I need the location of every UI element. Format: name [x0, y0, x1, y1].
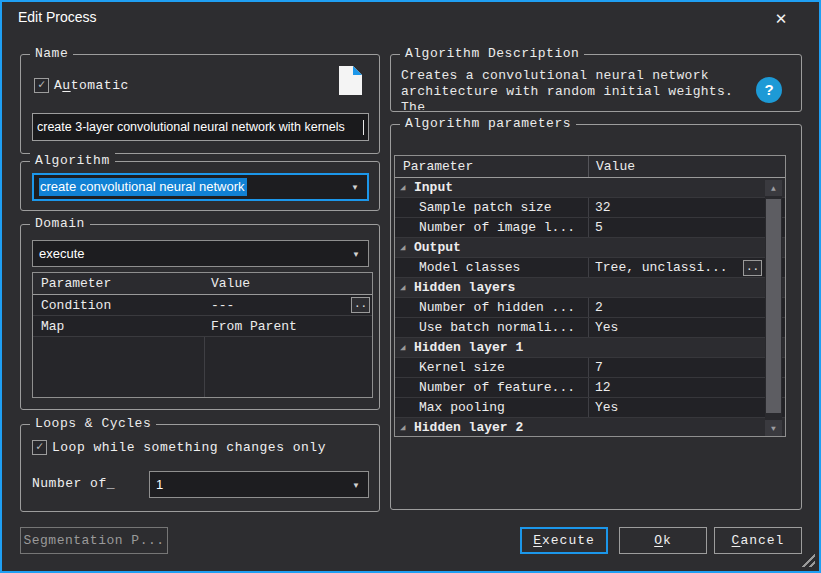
table-row[interactable]: Number of image l...5: [395, 218, 785, 238]
parameter-value: Yes: [589, 320, 618, 335]
domain-table: Parameter Value Condition---..MapFrom Pa…: [32, 272, 373, 398]
tree-expand-icon[interactable]: ◢: [395, 282, 411, 293]
parameters-table: Parameter Value ◢InputSample patch size3…: [394, 155, 786, 437]
tree-group-row[interactable]: ◢Input: [395, 178, 785, 198]
parameter-name: Condition: [33, 298, 204, 313]
column-header-parameter: Parameter: [33, 276, 204, 291]
scroll-up-icon[interactable]: ▲: [765, 180, 782, 196]
ok-button[interactable]: Ok: [619, 527, 707, 554]
parameter-name: Model classes: [395, 258, 589, 277]
parameter-name: Kernel size: [395, 358, 589, 377]
dialog-title: Edit Process: [18, 9, 97, 25]
automatic-checkbox[interactable]: ✓: [34, 78, 49, 93]
table-row[interactable]: Number of hidden ...2: [395, 298, 785, 318]
tree-group-row[interactable]: ◢Hidden layer 1: [395, 338, 785, 358]
algorithm-parameters-group: Algorithm parameters Parameter Value ◢In…: [390, 124, 802, 510]
description-group-legend: Algorithm Description: [400, 46, 584, 61]
loops-cycles-group: Loops & Cycles ✓ Loop while something ch…: [20, 424, 380, 512]
name-group: Name ✓ Automatic create 3-layer convolut…: [20, 54, 380, 154]
domain-table-header: Parameter Value: [33, 273, 372, 295]
table-row[interactable]: Number of feature...12: [395, 378, 785, 398]
tree-expand-icon[interactable]: ◢: [395, 242, 411, 253]
chevron-down-icon[interactable]: ▼: [352, 480, 360, 489]
table-row[interactable]: Model classesTree, unclassi.....: [395, 258, 785, 278]
parameter-name: Sample patch size: [395, 198, 589, 217]
execute-button[interactable]: Execute: [520, 527, 608, 554]
vertical-scrollbar[interactable]: ▲ ▼: [765, 180, 782, 436]
algorithm-group: Algorithm create convolutional neural ne…: [20, 161, 380, 211]
name-group-legend: Name: [30, 46, 73, 61]
parameter-value: Tree, unclassi...: [589, 260, 728, 275]
parameter-name: Number of image l...: [395, 218, 589, 237]
text-caret: [363, 120, 365, 135]
chevron-down-icon[interactable]: ▼: [352, 249, 360, 258]
description-line: architecture with random initial weights…: [401, 84, 763, 110]
cancel-button[interactable]: Cancel: [714, 527, 802, 554]
tree-expand-icon[interactable]: ◢: [395, 182, 411, 193]
algorithm-combo[interactable]: create convolutional neural network ▼: [32, 173, 369, 201]
column-header-parameter: Parameter: [395, 156, 589, 177]
description-text: Creates a convolutional neural networkar…: [401, 68, 763, 110]
scrollbar-thumb[interactable]: [766, 199, 781, 413]
table-row[interactable]: Use batch normali...Yes: [395, 318, 785, 338]
name-input[interactable]: create 3-layer convolutional neural netw…: [32, 113, 369, 141]
table-row[interactable]: Kernel size7: [395, 358, 785, 378]
document-icon[interactable]: [339, 66, 362, 95]
tree-group-row[interactable]: ◢Hidden layers: [395, 278, 785, 298]
help-icon[interactable]: ?: [756, 77, 782, 103]
domain-combo-value: execute: [39, 246, 85, 261]
parameter-value: 12: [589, 380, 611, 395]
parameter-group-label: Output: [411, 240, 461, 255]
table-row[interactable]: MapFrom Parent: [33, 316, 372, 337]
loop-while-checkbox[interactable]: ✓: [32, 440, 47, 455]
description-line: Creates a convolutional neural network: [401, 68, 763, 84]
table-row[interactable]: Condition---..: [33, 295, 372, 316]
parameter-value: 32: [589, 200, 611, 215]
name-input-value: create 3-layer convolutional neural netw…: [37, 120, 362, 134]
number-of-label: Number of_: [32, 476, 115, 491]
parameter-group-label: Hidden layers: [411, 280, 515, 295]
algorithm-description-group: Algorithm Description Creates a convolut…: [390, 54, 802, 112]
title-bar: Edit Process ✕: [2, 2, 819, 32]
chevron-down-icon[interactable]: ▼: [351, 183, 359, 192]
parameters-group-legend: Algorithm parameters: [400, 116, 576, 131]
table-row[interactable]: Sample patch size32: [395, 198, 785, 218]
parameter-name: Number of hidden ...: [395, 298, 589, 317]
algorithm-group-legend: Algorithm: [30, 153, 115, 168]
tree-expand-icon[interactable]: ◢: [395, 342, 411, 353]
table-row[interactable]: Max poolingYes: [395, 398, 785, 418]
parameter-value: Yes: [589, 400, 618, 415]
number-of-combo[interactable]: 1 ▼: [149, 471, 369, 498]
parameter-value: 2: [589, 300, 603, 315]
algorithm-combo-value: create convolutional neural network: [39, 178, 247, 196]
parameter-value: ---: [204, 298, 372, 313]
loops-group-legend: Loops & Cycles: [30, 416, 156, 431]
column-header-value: Value: [204, 276, 372, 291]
domain-table-body: Condition---..MapFrom Parent: [33, 295, 372, 337]
close-icon[interactable]: ✕: [768, 7, 794, 31]
loop-while-checkbox-label: Loop while something changes only: [52, 440, 326, 455]
ellipsis-button[interactable]: ..: [351, 297, 370, 313]
automatic-checkbox-label: Automatic: [54, 78, 129, 93]
scroll-down-icon[interactable]: ▼: [765, 420, 782, 436]
parameter-name: Max pooling: [395, 398, 589, 417]
edit-process-dialog: Edit Process ✕ Name ✓ Automatic create 3…: [0, 0, 821, 573]
parameter-value: From Parent: [204, 319, 372, 334]
domain-combo[interactable]: execute ▼: [32, 240, 369, 267]
ellipsis-button[interactable]: ..: [743, 260, 762, 276]
segmentation-button[interactable]: Segmentation P...: [20, 527, 168, 554]
column-header-value: Value: [589, 159, 785, 174]
parameter-name: Use batch normali...: [395, 318, 589, 337]
parameters-table-body: ◢InputSample patch size32Number of image…: [395, 178, 785, 437]
domain-group-legend: Domain: [30, 216, 90, 231]
parameter-group-label: Hidden layer 2: [411, 420, 523, 435]
parameter-name: Number of feature...: [395, 378, 589, 397]
tree-expand-icon[interactable]: ◢: [395, 422, 411, 433]
tree-group-row[interactable]: ◢Output: [395, 238, 785, 258]
parameter-name: Map: [33, 319, 204, 334]
tree-group-row[interactable]: ◢Hidden layer 2: [395, 418, 785, 437]
document-fold: [353, 66, 362, 75]
parameter-value: 5: [589, 220, 603, 235]
checkbox-check-icon: ✓: [36, 440, 43, 454]
parameters-table-header: Parameter Value: [395, 156, 785, 178]
